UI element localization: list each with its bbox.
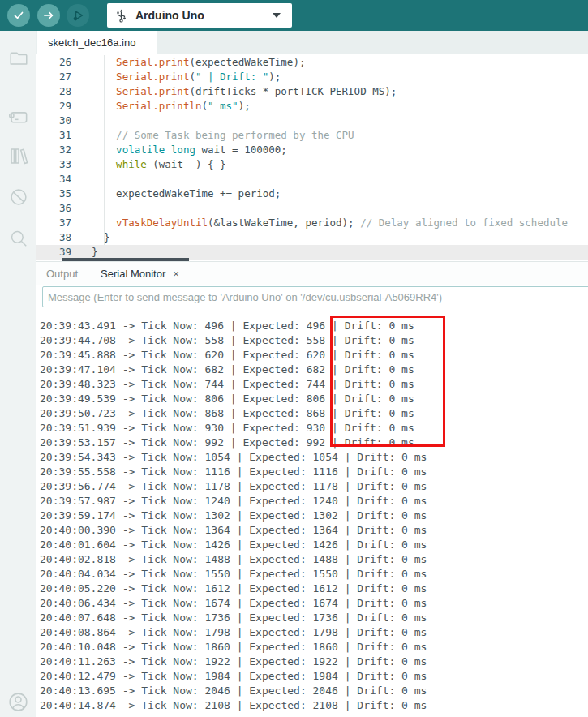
line-number: 38 (36, 230, 71, 245)
line-number: 26 (36, 55, 71, 70)
serial-line: 20:39:44.708 -> Tick Now: 558 | Expected… (40, 333, 585, 348)
board-icon (7, 106, 29, 128)
sidebar-item-debug[interactable] (0, 178, 36, 217)
serial-line: 20:39:56.774 -> Tick Now: 1178 | Expecte… (40, 479, 585, 494)
books-icon (7, 145, 29, 167)
serial-monitor-tab-label: Serial Monitor (101, 268, 165, 280)
account-button[interactable] (0, 688, 36, 715)
tab-output[interactable]: Output (46, 262, 78, 285)
line-number: 29 (36, 99, 71, 114)
tab-serial-monitor[interactable]: Serial Monitor × (101, 262, 179, 285)
code-line: 26 Serial.print(expectedWakeTime); (36, 55, 588, 70)
code-line: 33 while (wait--) { } (36, 157, 588, 172)
serial-line: 20:40:00.390 -> Tick Now: 1364 | Expecte… (40, 523, 585, 538)
line-number: 30 (36, 114, 71, 128)
output-tab-label: Output (46, 268, 78, 280)
debug-icon (71, 8, 85, 23)
code-line: 34 (36, 172, 588, 187)
panel-tabbar: Output Serial Monitor × (36, 262, 588, 285)
serial-line: 20:40:01.604 -> Tick Now: 1426 | Expecte… (40, 538, 585, 552)
tab-sketch[interactable]: sketch_dec16a.ino (37, 31, 157, 54)
sidebar-item-boards-manager[interactable] (0, 97, 36, 136)
code-line: 27 Serial.print(" | Drift: "); (36, 70, 588, 84)
serial-line: 20:39:54.343 -> Tick Now: 1054 | Expecte… (40, 450, 585, 465)
start-debugging-button[interactable] (67, 4, 89, 27)
close-icon[interactable]: × (173, 268, 179, 280)
code-line: 28 Serial.print(driftTicks * portTICK_PE… (36, 84, 588, 99)
sketch-tab-title: sketch_dec16a.ino (48, 36, 135, 49)
check-icon (12, 9, 25, 22)
line-number: 27 (36, 70, 71, 84)
board-selector[interactable]: Arduino Uno (107, 3, 292, 28)
serial-line: 20:40:11.263 -> Tick Now: 1922 | Expecte… (40, 655, 585, 669)
serial-monitor-output[interactable]: 20:39:43.491 -> Tick Now: 496 | Expected… (40, 319, 585, 717)
serial-line: 20:39:57.987 -> Tick Now: 1240 | Expecte… (40, 494, 585, 509)
code-line: 37 vTaskDelayUntil(&lastWakeTime, period… (36, 216, 588, 230)
serial-line: 20:40:08.864 -> Tick Now: 1798 | Expecte… (40, 625, 585, 640)
line-number: 36 (36, 201, 71, 216)
folder-icon (8, 48, 29, 69)
serial-line: 20:40:07.648 -> Tick Now: 1736 | Expecte… (40, 611, 585, 625)
serial-line: 20:39:49.539 -> Tick Now: 806 | Expected… (40, 392, 585, 406)
selected-board-label: Arduino Uno (135, 9, 273, 22)
line-number: 31 (36, 128, 71, 143)
line-number: 33 (36, 157, 71, 172)
sidebar-item-search[interactable] (0, 219, 36, 258)
upload-button[interactable] (37, 4, 60, 27)
serial-message-input[interactable] (42, 286, 588, 307)
serial-line: 20:40:13.695 -> Tick Now: 2046 | Expecte… (40, 684, 585, 698)
verify-button[interactable] (7, 4, 30, 27)
code-line: 36 (36, 201, 588, 216)
usb-icon (115, 9, 127, 23)
serial-line: 20:39:59.174 -> Tick Now: 1302 | Expecte… (40, 509, 585, 523)
serial-line: 20:40:14.874 -> Tick Now: 2108 | Expecte… (40, 698, 585, 713)
serial-line: 20:39:48.323 -> Tick Now: 744 | Expected… (40, 377, 585, 392)
serial-line: 20:39:50.723 -> Tick Now: 868 | Expected… (40, 406, 585, 421)
line-number: 32 (36, 143, 71, 157)
serial-line: 20:40:02.818 -> Tick Now: 1488 | Expecte… (40, 552, 585, 567)
right-arrow-icon (42, 9, 55, 22)
serial-line: 20:40:05.220 -> Tick Now: 1612 | Expecte… (40, 582, 585, 596)
serial-line: 20:39:43.491 -> Tick Now: 496 | Expected… (40, 319, 585, 333)
sidebar-item-library-manager[interactable] (0, 136, 36, 175)
account-icon (7, 691, 29, 713)
arduino-ide-window: Arduino Uno (0, 0, 588, 717)
serial-line: 20:40:10.048 -> Tick Now: 1860 | Expecte… (40, 640, 585, 655)
code-line: 35 expectedWakeTime += period; (36, 187, 588, 201)
serial-line: 20:39:55.558 -> Tick Now: 1116 | Expecte… (40, 465, 585, 479)
code-line: 32 volatile long wait = 100000; (36, 143, 588, 157)
serial-line: 20:40:04.034 -> Tick Now: 1550 | Expecte… (40, 567, 585, 582)
code-lines-container: 26 Serial.print(expectedWakeTime);27 Ser… (36, 54, 588, 260)
line-number: 37 (36, 216, 71, 230)
serial-line: 20:40:06.434 -> Tick Now: 1674 | Expecte… (40, 596, 585, 611)
line-number: 35 (36, 187, 71, 201)
serial-line: 20:39:53.157 -> Tick Now: 992 | Expected… (40, 436, 585, 450)
line-number: 28 (36, 84, 71, 99)
bottom-panel: Output Serial Monitor × 20:39:43.491 -> … (36, 261, 588, 717)
activity-sidebar (0, 31, 36, 717)
serial-line: 20:39:47.104 -> Tick Now: 682 | Expected… (40, 363, 585, 377)
search-icon (8, 228, 29, 249)
sidebar-item-sketchbook[interactable] (0, 39, 36, 78)
code-line: 29 Serial.println(" ms"); (36, 99, 588, 114)
code-editor[interactable]: 26 Serial.print(expectedWakeTime);27 Ser… (36, 54, 588, 261)
serial-line: 20:40:12.479 -> Tick Now: 1984 | Expecte… (40, 669, 585, 684)
serial-line: 20:39:45.888 -> Tick Now: 620 | Expected… (40, 348, 585, 363)
serial-line: 20:39:51.939 -> Tick Now: 930 | Expected… (40, 421, 585, 436)
main-toolbar: Arduino Uno (0, 0, 588, 31)
code-line: 31 // Some Task being performed by the C… (36, 128, 588, 143)
prohibited-circle-icon (8, 187, 29, 208)
chevron-down-icon (273, 13, 281, 18)
line-number: 34 (36, 172, 71, 187)
code-line: 38 } (36, 230, 588, 245)
code-line: 30 (36, 114, 588, 128)
editor-tabbar: sketch_dec16a.ino (36, 31, 588, 54)
